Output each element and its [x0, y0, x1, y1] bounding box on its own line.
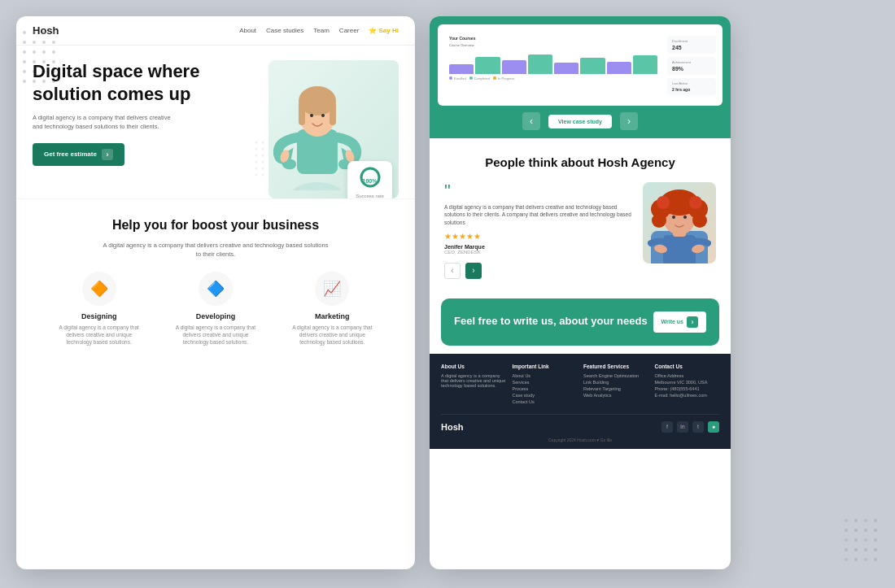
success-badge: 100% Success rate — [347, 161, 392, 198]
arrow-icon: › — [102, 149, 113, 160]
legend-label-1: Enrolled — [454, 76, 466, 81]
footer-service-analytics: Web Analytics — [583, 393, 648, 398]
linkedin-icon[interactable]: in — [677, 421, 688, 433]
footer-link-about[interactable]: About Us — [513, 373, 578, 378]
footer-link-case[interactable]: Case study — [513, 393, 578, 398]
svg-point-92 — [683, 216, 687, 219]
twitter-icon[interactable]: t — [692, 421, 704, 433]
testimonial-next-button[interactable]: › — [465, 263, 482, 279]
footer-col-contact: Contact Us Office Address Melbourne VIC … — [655, 364, 720, 406]
testimonial-quote: A digital agency is a company that deliv… — [444, 203, 633, 227]
svg-point-75 — [321, 114, 325, 117]
testimonial-stars: ★★★★★ — [444, 232, 633, 241]
footer-about-title: About Us — [441, 364, 506, 369]
boost-section: Help you for boost your business A digit… — [16, 198, 415, 358]
footer-section: About Us A digital agency is a company t… — [430, 354, 731, 449]
left-logo: Hosh — [33, 24, 59, 37]
bar-6 — [580, 58, 605, 74]
marketing-icon: 📈 — [315, 272, 349, 306]
legend-3: In Progress — [493, 76, 514, 81]
testimonial-role: CEO, ZENDESK — [444, 250, 633, 255]
marketing-desc: A digital agency is a company that deliv… — [291, 324, 373, 346]
footer-col-services: Featured Services Search Engine Optimiza… — [583, 364, 648, 406]
footer-logo: Hosh — [441, 422, 464, 432]
mini-card-3-val: 2 hrs ago — [672, 87, 711, 92]
cta-section: Feel free to write us, about your needs … — [441, 298, 719, 346]
left-nav-links: About Case studies Team Career ⭐ Say Hi — [239, 27, 399, 34]
nav-say-hi[interactable]: ⭐ Say Hi — [369, 27, 399, 34]
svg-point-60 — [255, 168, 258, 170]
designing-desc: A digital agency is a company that deliv… — [59, 324, 140, 346]
bar-7 — [607, 62, 631, 74]
svg-point-61 — [262, 168, 264, 170]
hero-section: Digital space where solution comes up A … — [16, 46, 415, 198]
footer-about-text: A digital agency is a company that deliv… — [441, 373, 506, 388]
service-developing: 🔷 Developing A digital agency is a compa… — [175, 272, 256, 346]
footer-contact-title: Contact Us — [655, 364, 720, 369]
svg-point-56 — [255, 161, 258, 163]
footer-col-about: About Us A digital agency is a company t… — [441, 364, 506, 406]
hero-desc: A digital agency is a company that deliv… — [33, 113, 179, 132]
case-next-button[interactable]: › — [620, 112, 638, 130]
footer-address-label: Office Address — [655, 373, 720, 378]
case-study-section: Your Courses Course Overview — [430, 16, 731, 138]
bar-1 — [449, 64, 474, 74]
hero-text: Digital space where solution comes up A … — [33, 60, 268, 198]
cta-arrow-icon: › — [687, 316, 698, 328]
footer-link-contact[interactable]: Contact Us — [513, 399, 578, 404]
mini-card-3-title: Last Active — [672, 81, 711, 85]
view-case-study-button[interactable]: View case study — [548, 115, 612, 128]
footer-service-targeting: Relevant Targeting — [583, 386, 648, 391]
svg-point-48 — [255, 148, 258, 150]
footer-services-title: Featured Services — [583, 364, 648, 369]
bar-2 — [475, 57, 500, 74]
hero-image-area: 100% Success rate — [268, 60, 399, 198]
svg-point-53 — [262, 155, 264, 157]
marketing-title: Marketing — [291, 312, 373, 320]
nav-team[interactable]: Team — [313, 27, 330, 34]
mini-card-1-val: 245 — [672, 45, 711, 50]
svg-point-90 — [689, 196, 702, 209]
dribbble-icon[interactable]: ● — [708, 421, 719, 433]
footer-address: Melbourne VIC 3000, USA — [655, 380, 720, 385]
svg-point-49 — [262, 148, 264, 150]
mini-card-1: Enrollment 245 — [667, 36, 716, 54]
designing-title: Designing — [59, 312, 140, 320]
svg-point-64 — [255, 174, 258, 176]
svg-point-45 — [262, 142, 264, 144]
footer-email: E-mail: hello@uifreex.com — [655, 393, 720, 398]
service-marketing: 📈 Marketing A digital agency is a compan… — [291, 272, 373, 346]
developing-icon: 🔷 — [199, 272, 233, 306]
footer-link-process[interactable]: Process — [513, 386, 578, 391]
hero-title: Digital space where solution comes up — [33, 60, 260, 105]
svg-point-88 — [692, 213, 707, 228]
boost-desc: A digital agency is a company that deliv… — [102, 241, 330, 259]
footer-logo-row: Hosh f in t ● — [441, 414, 719, 433]
nav-case-studies[interactable]: Case studies — [266, 27, 303, 34]
footer-link-services[interactable]: Services — [513, 380, 578, 385]
facebook-icon[interactable]: f — [661, 421, 673, 433]
cta-text: Feel free to write us, about your needs — [454, 315, 648, 329]
dashboard-title: Your Courses — [449, 36, 657, 41]
svg-point-44 — [255, 142, 258, 144]
nav-about[interactable]: About — [239, 27, 256, 34]
footer-links-title: Important Link — [513, 364, 578, 369]
write-us-button[interactable]: Write us › — [653, 311, 707, 333]
chart-legend: Enrolled Completed In Progress — [449, 76, 657, 81]
designing-icon: 🔶 — [82, 272, 116, 306]
svg-point-79 — [361, 168, 379, 186]
testimonial-title: People think about Hosh Agency — [444, 155, 716, 171]
case-study-dashboard: Your Courses Course Overview — [438, 24, 723, 106]
bar-3 — [502, 60, 526, 74]
get-estimate-button[interactable]: Get free estimate › — [33, 143, 124, 166]
nav-career[interactable]: Career — [339, 27, 359, 34]
bar-5 — [554, 63, 578, 74]
dashboard-mock: Your Courses Course Overview — [444, 31, 662, 100]
testimonial-section: People think about Hosh Agency " A digit… — [430, 138, 731, 290]
testimonial-prev-button[interactable]: ‹ — [444, 263, 461, 279]
case-prev-button[interactable]: ‹ — [522, 112, 540, 130]
developing-title: Developing — [175, 312, 256, 320]
mini-card-2-title: Achievement — [672, 60, 711, 64]
left-panel: Hosh About Case studies Team Career ⭐ Sa… — [16, 16, 415, 569]
mini-card-2: Achievement 89% — [667, 57, 716, 75]
